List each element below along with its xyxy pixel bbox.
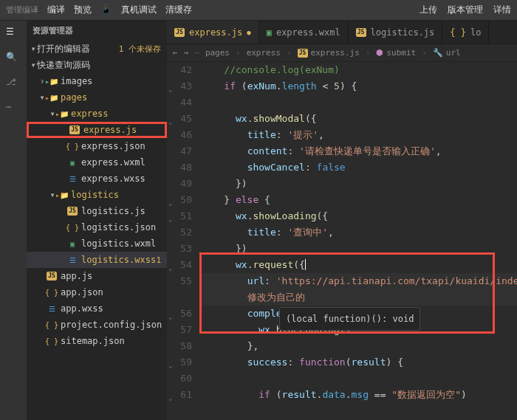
file-item[interactable]: { }app.json (27, 284, 167, 300)
fold-icon[interactable]: ⌄ (168, 390, 172, 406)
file-tree: ▾打开的编辑器1 个未保存▾快递查询源码›▸📁images▾▸📁pages▾▸📁… (27, 41, 167, 349)
editor-tab[interactable]: JSexpress.js● (167, 21, 259, 44)
crumb-nav-back[interactable]: ← (173, 48, 178, 58)
device-icon[interactable]: 📱 (100, 4, 112, 16)
hover-tooltip: (local function)(): void (279, 307, 420, 331)
code-line[interactable]: if (result.data.msg == "数据返回为空") (201, 387, 517, 403)
explorer-icon[interactable]: ☰ (6, 27, 21, 41)
file-item[interactable]: JSexpress.js (27, 122, 167, 138)
file-item[interactable]: ☰logistics.wxss1 (27, 252, 167, 268)
line-gutter: 42⌄4344⌄4546474849⌄50⌄515253⌄5455⌄565758… (167, 62, 198, 420)
activitybar: ☰ 🔍 ⎇ ⋯ (0, 21, 27, 420)
scm-icon[interactable]: ⎇ (6, 77, 21, 92)
menu-clearcache[interactable]: 清缓存 (165, 4, 192, 16)
crumb-part: JSexpress.js (298, 48, 360, 58)
section-header[interactable]: ▾打开的编辑器1 个未保存 (27, 41, 167, 57)
code-line[interactable]: }, (201, 338, 517, 354)
section-header[interactable]: ▾快递查询源码 (27, 57, 167, 73)
window-title: 管理编译 (6, 4, 38, 16)
code-line[interactable]: if (exNum.length < 5) { (201, 78, 517, 94)
menu-version[interactable]: 版本管理 (448, 4, 483, 16)
editor-tab[interactable]: { }lo (442, 21, 489, 44)
file-item[interactable]: ▣logistics.wxml (27, 235, 167, 252)
code-lines[interactable]: //console.log(exNum) if (exNum.length < … (198, 62, 517, 420)
topbar: 管理编译 编译 预览 📱 真机调试 清缓存 上传 版本管理 详情 (0, 0, 517, 21)
crumb-part: pages (205, 48, 230, 58)
crumb-part: ⬢submit (376, 48, 416, 58)
code-line[interactable]: }) (201, 241, 517, 257)
editor-area: JSexpress.js●▣express.wxmlJSlogistics.js… (167, 21, 517, 420)
search-icon[interactable]: 🔍 (6, 52, 21, 66)
more-icon[interactable]: ⋯ (6, 102, 21, 117)
folder-item[interactable]: ▾▸📁express (27, 106, 167, 122)
menu-details[interactable]: 详情 (493, 4, 511, 16)
code-editor[interactable]: 42⌄4344⌄4546474849⌄50⌄515253⌄5455⌄565758… (167, 62, 517, 420)
menu-compile[interactable]: 编译 (47, 4, 65, 16)
file-item[interactable]: ☰express.wxss (27, 171, 167, 187)
folder-item[interactable]: ›▸📁images (27, 73, 167, 89)
code-line[interactable]: }) (201, 176, 517, 192)
editor-tab[interactable]: JSlogistics.js (349, 21, 443, 44)
code-line[interactable]: wx.request({ (201, 257, 517, 273)
code-line[interactable]: title: '查询中', (201, 224, 517, 241)
code-line[interactable]: 修改为自己的 (201, 289, 517, 306)
code-line[interactable]: url: 'https://api.tianapi.com/txapi/kuai… (201, 273, 517, 289)
folder-item[interactable]: ▾▸📁logistics (27, 187, 167, 203)
code-line[interactable]: wx.showModal({ (201, 111, 517, 127)
crumb-part: express (247, 48, 281, 58)
editor-tab[interactable]: ▣express.wxml (259, 21, 349, 44)
file-item[interactable]: { }logistics.json (27, 219, 167, 235)
file-item[interactable]: ☰app.wxss (27, 300, 167, 317)
file-item[interactable]: { }project.config.json (27, 317, 167, 333)
breadcrumb[interactable]: ← → ⋯ pages › express › JSexpress.js › ⬢… (167, 44, 517, 62)
code-line[interactable] (201, 371, 517, 387)
file-item[interactable]: { }sitemap.json (27, 333, 167, 349)
code-line[interactable]: showCancel: false (201, 159, 517, 176)
menu-upload[interactable]: 上传 (420, 4, 437, 16)
file-item[interactable]: ▣express.wxml (27, 154, 167, 171)
folder-item[interactable]: ▾▸📁pages (27, 89, 167, 106)
crumb-nav-fwd[interactable]: → (184, 48, 189, 58)
crumb-part: 🔧url (433, 48, 461, 58)
code-line[interactable] (201, 94, 517, 111)
file-item[interactable]: JSlogistics.js (27, 203, 167, 219)
code-line[interactable]: } else { (201, 192, 517, 208)
code-line[interactable]: //console.log(exNum) (201, 62, 517, 78)
code-line[interactable]: title: '提示', (201, 127, 517, 143)
sidebar: 资源管理器 ▾打开的编辑器1 个未保存▾快递查询源码›▸📁images▾▸📁pa… (27, 21, 167, 420)
code-line[interactable]: content: '请检查快递单号是否输入正确', (201, 143, 517, 159)
sidebar-title: 资源管理器 (27, 21, 167, 41)
code-line[interactable]: wx.showLoading({ (201, 208, 517, 224)
menu-debug[interactable]: 真机调试 (121, 4, 157, 16)
menu-preview[interactable]: 预览 (74, 4, 92, 16)
editor-tabs: JSexpress.js●▣express.wxmlJSlogistics.js… (167, 21, 517, 44)
file-item[interactable]: JSapp.js (27, 268, 167, 284)
file-item[interactable]: { }express.json (27, 138, 167, 154)
code-line[interactable]: success: function(result) { (201, 354, 517, 371)
